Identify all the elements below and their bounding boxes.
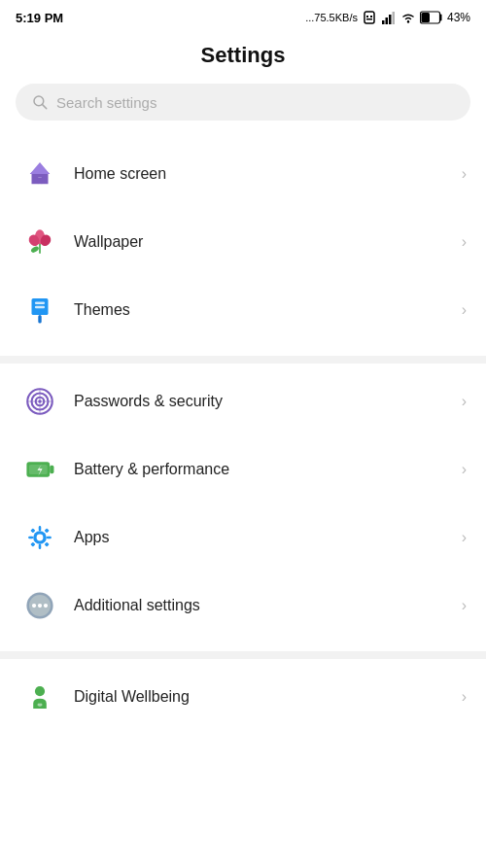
divider-1 (0, 356, 486, 364)
passwords-security-label: Passwords & security (74, 393, 462, 410)
settings-group-security: Passwords & security › Battery & perform… (0, 367, 486, 647)
apps-icon-container (19, 517, 60, 558)
sim-icon (362, 10, 377, 25)
svg-rect-15 (37, 177, 42, 184)
home-screen-chevron: › (462, 165, 467, 183)
additional-settings-label: Additional settings (74, 597, 462, 614)
svg-point-48 (38, 604, 42, 608)
svg-rect-43 (30, 542, 35, 547)
home-icon (23, 157, 56, 191)
wallpaper-label: Wallpaper (74, 233, 462, 251)
wellbeing-icon-container (19, 677, 60, 717)
battery-percent: 43% (447, 11, 470, 24)
wallpaper-icon (23, 226, 56, 259)
settings-item-battery-performance[interactable]: Battery & performance › (0, 435, 486, 503)
search-icon (31, 93, 49, 111)
svg-rect-4 (382, 20, 385, 24)
svg-rect-10 (421, 13, 430, 22)
svg-rect-37 (39, 526, 42, 531)
settings-item-wallpaper[interactable]: Wallpaper › (0, 208, 486, 276)
svg-rect-6 (389, 15, 392, 24)
svg-rect-23 (35, 306, 45, 309)
apps-label: Apps (74, 529, 462, 546)
wallpaper-chevron: › (462, 233, 467, 251)
svg-rect-38 (39, 544, 42, 549)
divider-2 (0, 651, 486, 659)
wifi-icon (400, 10, 416, 25)
home-screen-icon-container (19, 154, 60, 194)
settings-item-themes[interactable]: Themes › (0, 276, 486, 344)
status-bar: 5:19 PM ...75.5KB/s 43% (0, 0, 486, 31)
search-bar[interactable]: Search settings (16, 84, 470, 121)
svg-point-36 (37, 535, 44, 541)
settings-group-wellbeing: Digital Wellbeing › (0, 663, 486, 739)
svg-rect-5 (385, 17, 388, 24)
passwords-security-chevron: › (462, 393, 467, 410)
themes-icon-container (19, 290, 60, 330)
svg-rect-40 (47, 537, 52, 539)
status-time: 5:19 PM (16, 11, 63, 25)
wallpaper-icon-container (19, 222, 60, 262)
digital-wellbeing-chevron: › (462, 688, 467, 706)
security-icon (23, 385, 56, 418)
svg-rect-7 (392, 12, 395, 24)
settings-item-additional-settings[interactable]: Additional settings › (0, 572, 486, 640)
page-title: Settings (0, 31, 486, 84)
svg-line-12 (43, 105, 47, 109)
security-icon-container (19, 381, 60, 422)
settings-item-digital-wellbeing[interactable]: Digital Wellbeing › (0, 663, 486, 731)
svg-rect-3 (366, 18, 372, 20)
apps-chevron: › (462, 529, 467, 546)
home-screen-label: Home screen (74, 165, 462, 183)
svg-point-47 (32, 604, 36, 608)
svg-rect-1 (366, 16, 368, 17)
additional-settings-chevron: › (462, 597, 467, 614)
svg-rect-32 (50, 466, 53, 474)
battery-performance-chevron: › (462, 461, 467, 478)
additional-settings-icon (23, 589, 56, 622)
signal-icon (381, 10, 397, 25)
network-status: ...75.5KB/s (305, 12, 358, 23)
svg-point-49 (44, 604, 48, 608)
svg-rect-2 (370, 16, 372, 17)
svg-point-50 (35, 686, 45, 696)
battery-performance-label: Battery & performance (74, 461, 462, 478)
svg-rect-42 (45, 528, 50, 533)
themes-icon (23, 294, 56, 327)
svg-rect-24 (38, 315, 41, 324)
settings-item-apps[interactable]: Apps › (0, 503, 486, 572)
settings-item-passwords-security[interactable]: Passwords & security › (0, 367, 486, 435)
svg-rect-39 (28, 537, 33, 539)
battery-perf-icon (23, 453, 56, 486)
status-icons: ...75.5KB/s 43% (305, 10, 470, 25)
svg-rect-44 (45, 542, 50, 547)
svg-point-8 (407, 20, 409, 22)
svg-rect-19 (39, 244, 41, 254)
svg-rect-0 (364, 12, 374, 23)
search-placeholder: Search settings (56, 94, 156, 111)
svg-rect-41 (30, 528, 35, 533)
svg-rect-22 (35, 302, 45, 305)
search-container: Search settings (0, 84, 486, 140)
settings-item-home-screen[interactable]: Home screen › (0, 140, 486, 208)
digital-wellbeing-icon (23, 680, 56, 713)
themes-chevron: › (462, 301, 467, 319)
svg-point-20 (30, 245, 40, 254)
battery-icon (420, 11, 443, 24)
themes-label: Themes (74, 301, 462, 319)
additional-icon-container (19, 585, 60, 626)
digital-wellbeing-label: Digital Wellbeing (74, 688, 462, 706)
apps-gear-icon (23, 521, 56, 554)
battery-icon-container (19, 449, 60, 490)
settings-group-display: Home screen › Wallpaper › (0, 140, 486, 352)
